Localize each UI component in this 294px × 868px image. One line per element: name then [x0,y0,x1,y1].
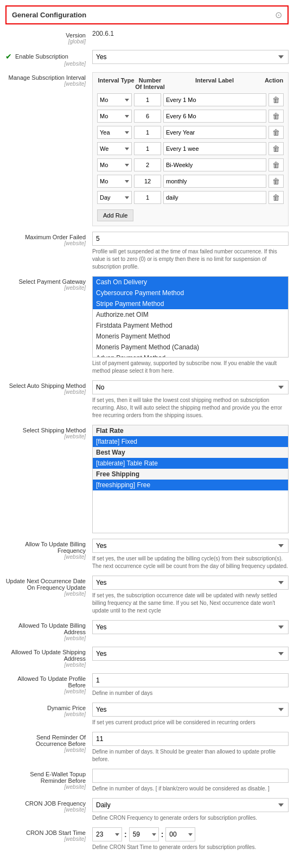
version-row: Version [global] 200.6.1 [0,30,294,44]
interval-label-input[interactable] [163,110,266,123]
shipping-group-label: Flat Rate [93,425,288,436]
reminder-occurrence-input[interactable] [92,732,289,746]
interval-type-select[interactable]: MoYeaWeDay [97,110,132,123]
payment-gateway-listbox[interactable]: Cash On Delivery Cybersource Payment Met… [92,276,289,358]
interval-row: MoYeaWeDay 🗑 [97,93,284,106]
manage-interval-row: Manage Subscription Interval [website] I… [0,72,294,226]
list-item[interactable]: Authorize.net OIM [93,309,288,320]
interval-table: Interval Type Number Of Interval Interva… [92,72,289,226]
next-occurrence-select[interactable]: Yes No [92,576,289,590]
next-occurrence-label: Update Next Occurrence Date On Frequency… [5,576,92,597]
update-profile-before-label: Allowed To Update Profile Before [websit… [5,673,92,694]
cron-minute-select[interactable]: 59 0153045 [129,827,159,841]
update-profile-before-control: Define in number of days [92,673,289,697]
auto-shipping-row: Select Auto Shipping Method [website] No… [0,380,294,419]
list-item[interactable]: Firstdata Payment Method [93,320,288,331]
delete-interval-button[interactable]: 🗑 [269,175,284,188]
cron-start-time-label: CRON JOB Start Time [website] [5,827,92,842]
interval-row: MoYeaWeDay 🗑 [97,175,284,188]
max-order-failed-input[interactable] [92,232,289,246]
delete-interval-button[interactable]: 🗑 [269,191,284,204]
dynamic-price-control: Yes No If set yes current product price … [92,703,289,726]
shipping-method-listbox[interactable]: Flat Rate [flatrate] Fixed Best Way [tab… [92,425,289,533]
interval-row: DayMoYeaWe 🗑 [97,191,284,204]
delete-interval-button[interactable]: 🗑 [269,158,284,171]
update-shipping-address-label: Allowed To Update Shipping Address [webs… [5,647,92,668]
interval-type-select[interactable]: MoYeaWeDay [97,93,132,106]
billing-frequency-select[interactable]: Yes No [92,539,289,553]
dynamic-price-label: Dynamic Price [website] [5,703,92,717]
interval-type-select[interactable]: YeaMoWeDay [97,126,132,139]
list-item[interactable]: Cash On Delivery [93,277,288,288]
next-occurrence-control: Yes No If set yes, the subscription occu… [92,576,289,615]
interval-number-input[interactable] [134,93,161,106]
cron-time-row: 23 0123 4567 891011 12131415 16171819 20… [92,827,289,841]
cron-hour-select[interactable]: 23 0123 4567 891011 12131415 16171819 20… [92,827,122,841]
list-item[interactable]: Adyen Payment Method [93,353,288,358]
enable-subscription-control: Yes No [92,50,289,64]
interval-label-input[interactable] [163,142,266,155]
delete-interval-button[interactable]: 🗑 [269,110,284,123]
interval-number-input[interactable] [134,158,161,171]
interval-type-select[interactable]: DayMoYeaWe [97,191,132,204]
interval-label-input[interactable] [163,191,266,204]
section-header: General Configuration ⊙ [5,5,289,24]
ewallet-reminder-row: Send E-Wallet Topup Reminder Before [web… [0,769,294,793]
update-shipping-address-select[interactable]: Yes No [92,647,289,661]
interval-type-select[interactable]: WeMoYeaDay [97,142,132,155]
max-order-failed-label: Maximum Order Failed [website] [5,232,92,246]
interval-type-select[interactable]: MoYeaWeDay [97,175,132,188]
interval-type-select[interactable]: MoYeaWeDay [97,158,132,171]
shipping-method-control: Flat Rate [flatrate] Fixed Best Way [tab… [92,425,289,533]
version-value: 200.6.1 [92,30,289,37]
interval-table-header: Interval Type Number Of Interval Interva… [97,77,284,90]
cron-sep-2: : [161,830,164,839]
interval-label-input[interactable] [163,93,266,106]
add-rule-button[interactable]: Add Rule [97,209,133,221]
delete-interval-button[interactable]: 🗑 [269,126,284,139]
billing-frequency-help: If set yes, the user will be updating th… [92,555,289,570]
ewallet-reminder-help: Define in number of days. [ if blank/zer… [92,785,289,793]
auto-shipping-help: If set yes, then it will take the lowest… [92,397,289,419]
collapse-icon[interactable]: ⊙ [275,10,282,20]
list-item[interactable]: Moneris Payment Method (Canada) [93,342,288,353]
ewallet-reminder-input[interactable] [92,769,289,783]
interval-number-input[interactable] [134,126,161,139]
interval-label-input[interactable] [163,126,266,139]
next-occurrence-row: Update Next Occurrence Date On Frequency… [0,576,294,615]
delete-interval-button[interactable]: 🗑 [269,142,284,155]
auto-shipping-select[interactable]: No Yes [92,380,289,394]
dynamic-price-select[interactable]: Yes No [92,703,289,717]
cron-start-time-row: CRON JOB Start Time [website] 23 0123 45… [0,827,294,851]
header-label: Interval Label [165,77,264,90]
list-item[interactable]: Moneris Payment Method [93,331,288,342]
list-item[interactable]: Stripe Payment Method [93,298,288,309]
interval-label-input[interactable] [163,158,266,171]
interval-number-input[interactable] [134,175,161,188]
list-item[interactable]: [tablerate] Table Rate [93,458,288,469]
list-item[interactable]: Cybersource Payment Method [93,288,288,298]
update-billing-address-select[interactable]: Yes No [92,620,289,634]
ewallet-reminder-label: Send E-Wallet Topup Reminder Before [web… [5,769,92,790]
cron-start-time-control: 23 0123 4567 891011 12131415 16171819 20… [92,827,289,851]
interval-number-input[interactable] [134,191,161,204]
list-item[interactable]: [freeshipping] Free [93,480,288,490]
update-billing-address-control: Yes No [92,620,289,634]
list-item[interactable]: [flatrate] Fixed [93,436,288,447]
cron-second-select[interactable]: 00 153045 [165,827,195,841]
update-profile-before-row: Allowed To Update Profile Before [websit… [0,673,294,697]
interval-number-input[interactable] [134,110,161,123]
interval-label-input[interactable] [163,175,266,188]
update-profile-before-help: Define in number of days [92,690,289,697]
payment-gateway-control: Cash On Delivery Cybersource Payment Met… [92,276,289,375]
update-profile-before-input[interactable] [92,673,289,687]
cron-frequency-select[interactable]: Daily Hourly Weekly [92,798,289,812]
interval-row: MoYeaWeDay 🗑 [97,110,284,123]
interval-number-input[interactable] [134,142,161,155]
check-icon: ✔ [5,52,12,61]
reminder-occurrence-control: Define in number of days. It Should be g… [92,732,289,763]
cron-frequency-row: CRON JOB Frequency [website] Daily Hourl… [0,798,294,822]
delete-interval-button[interactable]: 🗑 [269,93,284,106]
enable-subscription-select[interactable]: Yes No [92,50,289,64]
update-shipping-address-control: Yes No [92,647,289,661]
